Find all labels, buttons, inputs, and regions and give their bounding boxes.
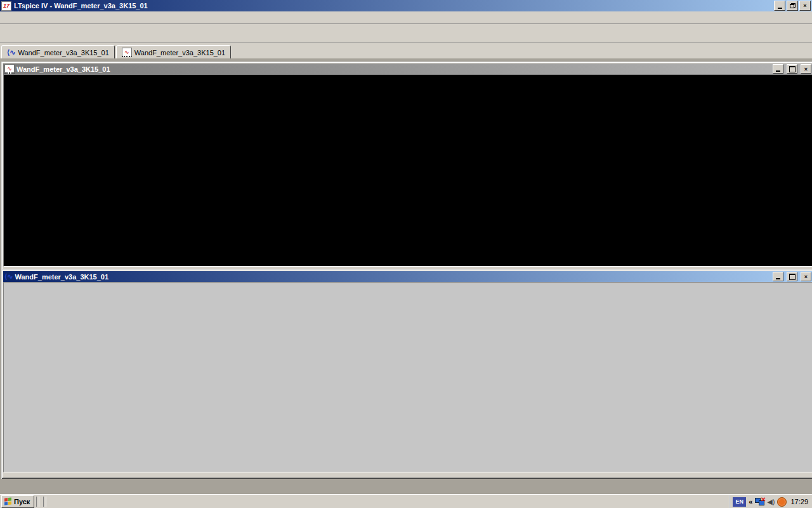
start-button[interactable]: Пуск [1, 495, 34, 508]
title-bar[interactable]: 17 LTspice IV - WandF_meter_v3a_3K15_01 … [0, 0, 812, 11]
toolbar [0, 24, 812, 43]
tab-bar: ⟨∿ WandF_meter_v3a_3K15_01 ∿ WandF_meter… [0, 43, 812, 60]
pane-close-button[interactable]: × [801, 64, 811, 74]
mdi-workspace: ∿ WandF_meter_v3a_3K15_01 × ⟨∿ WandF_met… [0, 58, 812, 494]
schematic-icon: ⟨∿ [7, 48, 16, 57]
taskbar-divider [36, 497, 39, 507]
waveform-plot [4, 75, 808, 265]
waveform-pane: ∿ WandF_meter_v3a_3K15_01 × [1, 62, 812, 273]
taskbar-divider [43, 497, 46, 507]
waveform-plot-area[interactable] [3, 74, 812, 267]
tab-schematic[interactable]: ⟨∿ WandF_meter_v3a_3K15_01 [1, 45, 115, 60]
schematic-pane-title: WandF_meter_v3a_3K15_01 [15, 273, 769, 281]
schematic-canvas[interactable] [3, 282, 812, 472]
schematic-drawing [4, 283, 808, 471]
tab-label: WandF_meter_v3a_3K15_01 [134, 49, 225, 57]
pane-minimize-button[interactable] [773, 272, 783, 281]
tab-waveform[interactable]: ∿ WandF_meter_v3a_3K15_01 [116, 45, 231, 60]
network-disconnected-icon[interactable]: ✕ [755, 498, 764, 505]
waveform-pane-titlebar[interactable]: ∿ WandF_meter_v3a_3K15_01 × [3, 64, 812, 74]
ltspice-window: 17 LTspice IV - WandF_meter_v3a_3K15_01 … [0, 0, 812, 494]
close-button[interactable]: × [799, 1, 811, 11]
restore-button[interactable] [787, 1, 798, 11]
pane-maximize-button[interactable] [787, 64, 797, 74]
volume-icon[interactable]: ◀) [767, 498, 775, 505]
minimize-button[interactable] [774, 1, 785, 11]
waveform-icon: ∿ [122, 48, 132, 57]
pane-close-button[interactable]: × [801, 272, 811, 281]
language-indicator[interactable]: EN [733, 497, 746, 507]
windows-logo-icon [4, 497, 12, 505]
pane-maximize-button[interactable] [787, 272, 797, 281]
menu-bar [0, 11, 812, 24]
start-label: Пуск [14, 498, 30, 505]
waveform-icon: ∿ [4, 64, 15, 74]
schematic-icon: ⟨∿ [4, 272, 13, 281]
system-tray: EN « ✕ ◀) 17:29 [729, 495, 812, 508]
download-manager-icon[interactable] [777, 497, 787, 507]
schematic-pane: ⟨∿ WandF_meter_v3a_3K15_01 × [1, 269, 812, 479]
tab-label: WandF_meter_v3a_3K15_01 [18, 49, 109, 57]
tray-clock: 17:29 [790, 498, 808, 505]
taskbar: Пуск EN « ✕ ◀) 17:29 [0, 494, 812, 508]
schematic-pane-titlebar[interactable]: ⟨∿ WandF_meter_v3a_3K15_01 × [3, 271, 812, 282]
window-title: LTspice IV - WandF_meter_v3a_3K15_01 [14, 2, 773, 10]
tray-chevron-icon[interactable]: « [749, 498, 752, 505]
waveform-pane-title: WandF_meter_v3a_3K15_01 [16, 65, 769, 73]
pane-minimize-button[interactable] [773, 64, 783, 74]
ltspice-app-icon: 17 [1, 1, 11, 11]
